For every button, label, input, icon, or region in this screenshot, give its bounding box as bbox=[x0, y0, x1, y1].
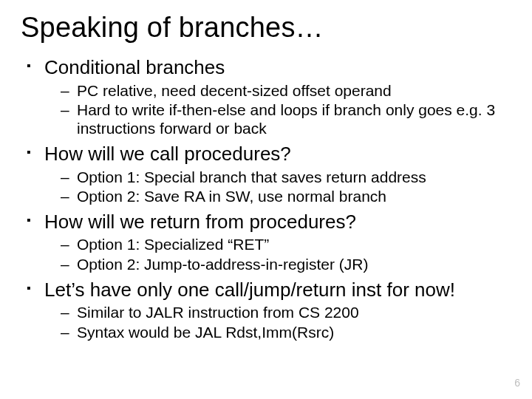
sub-list: Option 1: Special branch that saves retu… bbox=[44, 168, 511, 205]
bullet-list: Conditional branches PC relative, need d… bbox=[21, 55, 511, 341]
sub-list: Similar to JALR instruction from CS 2200… bbox=[44, 303, 511, 341]
slide-title: Speaking of branches… bbox=[21, 12, 511, 44]
sub-list-item: Syntax would be JAL Rdst,Imm(Rsrc) bbox=[61, 323, 511, 341]
sub-list-item: Option 1: Special branch that saves retu… bbox=[61, 168, 511, 186]
list-item: How will we call procedures? Option 1: S… bbox=[24, 142, 511, 205]
list-item-text: How will we return from procedures? bbox=[44, 211, 356, 233]
sub-list-item: Option 2: Jump-to-address-in-register (J… bbox=[61, 255, 511, 273]
sub-list: Option 1: Specialized “RET” Option 2: Ju… bbox=[44, 235, 511, 273]
sub-list-item: PC relative, need decent-sized offset op… bbox=[61, 81, 511, 100]
list-item: Conditional branches PC relative, need d… bbox=[24, 55, 511, 137]
list-item-text: Conditional branches bbox=[44, 56, 225, 78]
slide: Speaking of branches… Conditional branch… bbox=[0, 0, 532, 399]
sub-list: PC relative, need decent-sized offset op… bbox=[44, 81, 511, 138]
sub-list-item: Hard to write if-then-else and loops if … bbox=[61, 100, 511, 137]
sub-list-item: Option 2: Save RA in SW, use normal bran… bbox=[61, 187, 511, 205]
list-item: How will we return from procedures? Opti… bbox=[24, 210, 511, 273]
list-item-text: Let’s have only one call/jump/return ins… bbox=[44, 279, 455, 301]
list-item-text: How will we call procedures? bbox=[44, 143, 291, 165]
sub-list-item: Option 1: Specialized “RET” bbox=[61, 235, 511, 253]
page-number: 6 bbox=[514, 377, 520, 389]
list-item: Let’s have only one call/jump/return ins… bbox=[24, 278, 511, 341]
sub-list-item: Similar to JALR instruction from CS 2200 bbox=[61, 303, 511, 321]
